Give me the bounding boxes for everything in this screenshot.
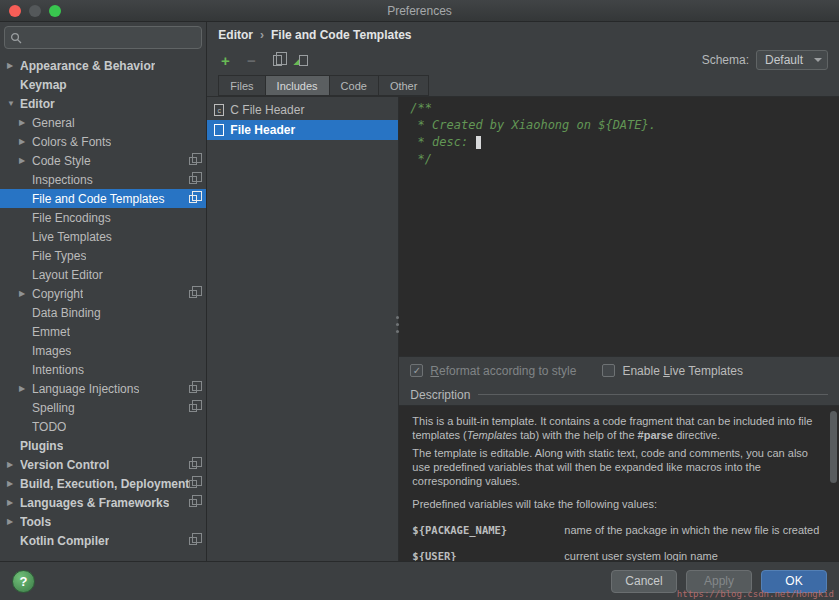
sidebar-item-tools[interactable]: ▶Tools [0, 512, 206, 531]
chevron-right-icon[interactable]: ▶ [7, 517, 20, 526]
template-item-file-header[interactable]: File Header [207, 120, 398, 140]
sidebar-item-editor[interactable]: ▼Editor [0, 94, 206, 113]
chevron-right-icon[interactable]: ▶ [7, 479, 20, 488]
titlebar: Preferences [0, 0, 839, 22]
sidebar-item-label: Tools [20, 515, 51, 529]
sidebar-item-appearance-behavior[interactable]: ▶Appearance & Behavior [0, 56, 206, 75]
sidebar-item-label: File and Code Templates [32, 192, 165, 206]
project-settings-icon [189, 290, 197, 298]
sidebar-item-spelling[interactable]: Spelling [0, 398, 206, 417]
sidebar-item-label: Keymap [20, 78, 67, 92]
template-detail: /** * Created by Xiaohong on ${DATE}. * … [399, 97, 839, 561]
remove-icon: − [244, 52, 258, 68]
chevron-right-icon[interactable]: ▶ [19, 137, 32, 146]
help-button[interactable]: ? [12, 570, 35, 593]
template-options: Reformat according to styleEnable Live T… [399, 357, 839, 384]
sidebar-item-languages-frameworks[interactable]: ▶Languages & Frameworks [0, 493, 206, 512]
sidebar-item-keymap[interactable]: Keymap [0, 75, 206, 94]
sidebar-item-intentions[interactable]: Intentions [0, 360, 206, 379]
sidebar-item-inspections[interactable]: Inspections [0, 170, 206, 189]
schema-label: Schema: [702, 53, 749, 67]
description-paragraph: The template is editable. Along with sta… [412, 446, 823, 488]
sidebar-item-colors-fonts[interactable]: ▶Colors & Fonts [0, 132, 206, 151]
tab-code[interactable]: Code [329, 75, 379, 96]
enable-live-templates-checkbox[interactable] [602, 364, 615, 377]
sidebar-item-layout-editor[interactable]: Layout Editor [0, 265, 206, 284]
sidebar-item-label: Appearance & Behavior [20, 59, 155, 73]
project-settings-icon [189, 404, 197, 412]
sidebar-item-language-injections[interactable]: ▶Language Injections [0, 379, 206, 398]
schema-area: Schema: Default [702, 50, 828, 70]
variable-name: ${PACKAGE_NAME} [412, 523, 564, 537]
sidebar-item-emmet[interactable]: Emmet [0, 322, 206, 341]
template-item-c-file-header[interactable]: cC File Header [207, 100, 398, 120]
sidebar-item-label: Kotlin Compiler [20, 534, 109, 548]
add-icon[interactable]: + [218, 52, 232, 68]
breadcrumb: Editor›File and Code Templates [207, 22, 839, 48]
sidebar-item-code-style[interactable]: ▶Code Style [0, 151, 206, 170]
project-settings-icon [189, 499, 197, 507]
sidebar-item-build-execution-deployment[interactable]: ▶Build, Execution, Deployment [0, 474, 206, 493]
chevron-right-icon[interactable]: ▶ [19, 384, 32, 393]
tab-files[interactable]: Files [218, 75, 265, 96]
sidebar-item-general[interactable]: ▶General [0, 113, 206, 132]
minimize-window-button [29, 5, 41, 17]
file-icon: c [214, 104, 224, 116]
cancel-button[interactable]: Cancel [611, 570, 677, 593]
splitter-handle[interactable] [395, 316, 401, 338]
settings-tree: ▶Appearance & BehaviorKeymap▼Editor▶Gene… [0, 53, 206, 561]
chevron-right-icon[interactable]: ▶ [19, 156, 32, 165]
breadcrumb-item-editor[interactable]: Editor [218, 28, 253, 42]
chevron-right-icon[interactable]: ▶ [7, 460, 20, 469]
sidebar-item-kotlin-compiler[interactable]: Kotlin Compiler [0, 531, 206, 550]
close-window-button[interactable] [9, 5, 21, 17]
sidebar-item-data-binding[interactable]: Data Binding [0, 303, 206, 322]
sidebar-item-label: Emmet [32, 325, 70, 339]
template-panels: cC File HeaderFile Header /** * Created … [207, 96, 839, 561]
copy-icon[interactable] [270, 52, 284, 68]
window-title: Preferences [387, 4, 452, 18]
sidebar-item-label: Languages & Frameworks [20, 496, 169, 510]
chevron-right-icon[interactable]: ▶ [19, 118, 32, 127]
chevron-down-icon [814, 58, 822, 62]
sidebar-item-label: Version Control [20, 458, 109, 472]
project-settings-icon [189, 461, 197, 469]
settings-search[interactable] [4, 26, 202, 49]
schema-value: Default [765, 53, 803, 67]
zoom-window-button[interactable] [49, 5, 61, 17]
sidebar-item-file-and-code-templates[interactable]: File and Code Templates [0, 189, 206, 208]
sidebar-item-file-encodings[interactable]: File Encodings [0, 208, 206, 227]
main-area: ▶Appearance & BehaviorKeymap▼Editor▶Gene… [0, 22, 839, 561]
chevron-right-icon[interactable]: ▶ [7, 61, 20, 70]
sidebar-item-todo[interactable]: TODO [0, 417, 206, 436]
sidebar-item-live-templates[interactable]: Live Templates [0, 227, 206, 246]
chevron-down-icon[interactable]: ▼ [7, 99, 20, 108]
breadcrumb-item-file-and-code-templates: File and Code Templates [271, 28, 411, 42]
sidebar-item-copyright[interactable]: ▶Copyright [0, 284, 206, 303]
description-rule [478, 394, 828, 395]
project-settings-icon [189, 480, 197, 488]
chevron-right-icon[interactable]: ▶ [7, 498, 20, 507]
sidebar-item-label: Code Style [32, 154, 91, 168]
checkbox-label: Enable Live Templates [622, 364, 743, 378]
settings-search-input[interactable] [26, 31, 196, 45]
description-scrollbar[interactable] [830, 411, 837, 483]
template-item-label: File Header [230, 123, 295, 137]
code-line: /** [410, 100, 839, 117]
sidebar-item-images[interactable]: Images [0, 341, 206, 360]
watermark: https://blog.csdn.net/Hongkid [677, 589, 834, 599]
template-editor[interactable]: /** * Created by Xiaohong on ${DATE}. * … [399, 97, 839, 357]
sidebar-item-label: TODO [32, 420, 66, 434]
sidebar-item-file-types[interactable]: File Types [0, 246, 206, 265]
tab-includes[interactable]: Includes [265, 75, 330, 96]
description-panel: This is a built-in template. It contains… [399, 405, 839, 561]
tab-other[interactable]: Other [378, 75, 430, 96]
sidebar-item-label: File Encodings [32, 211, 111, 225]
template-list: cC File HeaderFile Header [207, 97, 399, 561]
schema-select[interactable]: Default [756, 50, 828, 70]
sidebar-item-version-control[interactable]: ▶Version Control [0, 455, 206, 474]
chevron-right-icon[interactable]: ▶ [19, 289, 32, 298]
reset-to-default-icon[interactable] [296, 52, 310, 68]
sidebar-item-label: Copyright [32, 287, 83, 301]
sidebar-item-plugins[interactable]: Plugins [0, 436, 206, 455]
